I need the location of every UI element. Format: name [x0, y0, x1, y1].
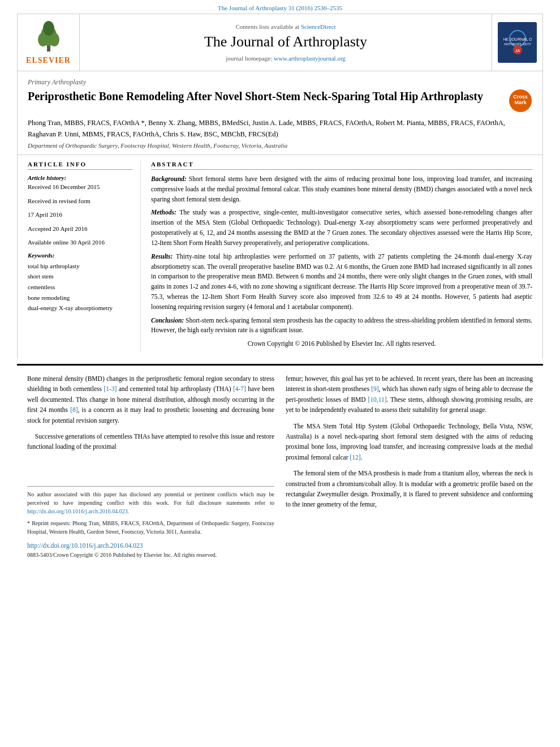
abstract-methods: Methods: The study was a prospective, si… — [151, 208, 532, 248]
footnote-2-text: * Reprint requests: Phong Tran, MBBS, FR… — [27, 519, 274, 536]
ref-12[interactable]: [12] — [350, 454, 360, 461]
doi-line: http://dx.doi.org/10.1016/j.arch.2016.04… — [27, 540, 274, 551]
svg-text:Mark: Mark — [514, 100, 527, 105]
accepted-date: Accepted 20 April 2016 — [28, 224, 132, 234]
elsevier-text: ELSEVIER — [26, 56, 71, 65]
article-info-column: ARTICLE INFO Article history: Received 1… — [28, 161, 141, 353]
body-para-2: Successive generations of cementless THA… — [27, 431, 274, 452]
body-column-1: Bone mineral density (BMD) changes in th… — [27, 374, 274, 559]
background-label: Background: — [151, 175, 189, 182]
history-label: Article history: — [28, 174, 132, 181]
ref-1-3[interactable]: [1-3] — [104, 385, 117, 392]
svg-point-4 — [43, 21, 54, 36]
journal-logo-box: THE JOURNAL OF ARTHROPLASTY JA — [498, 22, 537, 63]
body-para-3: femur; however, this goal has yet to be … — [286, 374, 533, 415]
article-info-heading: ARTICLE INFO — [28, 161, 132, 170]
abstract-heading: ABSTRACT — [151, 161, 532, 170]
sciencedirect-link[interactable]: ScienceDirect — [301, 23, 336, 30]
abstract-conclusion: Conclusion: Short-stem neck-sparing femo… — [151, 316, 532, 336]
footnote-area: No author associated with this paper has… — [27, 486, 274, 559]
article-title-row: Periprosthetic Bone Remodeling After Nov… — [28, 89, 532, 113]
ref-9[interactable]: [9] — [371, 385, 378, 392]
received-date: Received 16 December 2015 — [28, 182, 132, 192]
results-label: Results: — [151, 253, 176, 260]
abstract-results: Results: Thirty-nine total hip arthropla… — [151, 252, 532, 312]
top-journal-link[interactable]: The Journal of Arthroplasty 31 (2016) 25… — [0, 0, 560, 14]
conclusion-label: Conclusion: — [151, 317, 186, 324]
keyword-4: bone remodeling — [28, 293, 132, 303]
keyword-3: cementless — [28, 282, 132, 293]
body-column-2: femur; however, this goal has yet to be … — [286, 374, 533, 559]
authors-line: Phong Tran, MBBS, FRACS, FAOrthA *, Benn… — [28, 117, 532, 140]
body-section: Bone mineral density (BMD) changes in th… — [17, 366, 543, 565]
abstract-column: ABSTRACT Background: Short femoral stems… — [151, 161, 532, 353]
abstract-background: Background: Short femoral stems have bee… — [151, 174, 532, 204]
homepage-line: journal homepage: www.arthroplastyjourna… — [226, 55, 346, 62]
keyword-1: total hip arthroplasty — [28, 261, 132, 272]
abstract-copyright: Crown Copyright © 2016 Published by Else… — [151, 339, 532, 349]
keyword-5: dual-energy X-ray absorptiometry — [28, 303, 132, 314]
footnote-disclosure-link[interactable]: http://dx.doi.org/10.1016/j.arch.2016.04… — [27, 508, 129, 514]
body-para-5: The femoral stem of the MSA prosthesis i… — [286, 468, 533, 510]
ref-10-11[interactable]: [10,11] — [368, 396, 386, 403]
svg-text:THE JOURNAL OF: THE JOURNAL OF — [503, 37, 532, 41]
journal-logo-area: THE JOURNAL OF ARTHROPLASTY JA — [492, 14, 542, 71]
keywords-label: Keywords: — [28, 252, 132, 259]
body-para-4: The MSA Stem Total Hip System (Global Or… — [286, 421, 533, 463]
journal-logo-icon: THE JOURNAL OF ARTHROPLASTY JA — [503, 28, 532, 57]
elsevier-logo-area: ELSEVIER — [18, 14, 80, 71]
primary-label: Primary Arthroplasty — [28, 78, 532, 87]
doi-link[interactable]: http://dx.doi.org/10.1016/j.arch.2016.04… — [27, 542, 143, 549]
elsevier-tree-icon — [32, 20, 66, 54]
methods-label: Methods: — [151, 209, 179, 216]
keywords-list: total hip arthroplasty short stem cement… — [28, 261, 132, 314]
available-online: Available online 30 April 2016 — [28, 238, 132, 247]
homepage-url[interactable]: www.arthroplastyjournal.org — [274, 55, 346, 62]
top-journal-text: The Journal of Arthroplasty 31 (2016) 25… — [218, 5, 342, 11]
affiliation-line: Department of Orthopaedic Surgery, Foots… — [28, 142, 532, 149]
revised-date: 17 April 2016 — [28, 210, 132, 220]
conclusion-text: Short-stem neck-sparing femoral stem pro… — [151, 317, 532, 334]
contents-line: Contents lists available at ScienceDirec… — [235, 23, 335, 30]
keyword-2: short stem — [28, 271, 132, 282]
body-para-1: Bone mineral density (BMD) changes in th… — [27, 374, 274, 426]
journal-header: ELSEVIER Contents lists available at Sci… — [17, 14, 543, 71]
journal-info-center: Contents lists available at ScienceDirec… — [80, 14, 492, 71]
article-title: Periprosthetic Bone Remodeling After Nov… — [28, 89, 503, 104]
received-revised-label: Received in revised form — [28, 196, 132, 206]
svg-text:Cross: Cross — [513, 94, 528, 100]
two-col-section: ARTICLE INFO Article history: Received 1… — [17, 155, 543, 359]
page: The Journal of Arthroplasty 31 (2016) 25… — [0, 0, 560, 747]
elsevier-logo: ELSEVIER — [26, 20, 71, 65]
ref-4-7[interactable]: [4-7] — [233, 385, 246, 392]
crossmark-badge[interactable]: Cross Mark — [509, 89, 532, 113]
footnote-1-text: No author associated with this paper has… — [27, 490, 274, 516]
bottom-copyright: 0883-5403/Crown Copyright © 2016 Publish… — [27, 551, 274, 559]
article-header-section: Primary Arthroplasty Periprosthetic Bone… — [17, 71, 543, 155]
results-text: Thirty-nine total hip arthroplasties wer… — [151, 253, 532, 310]
methods-text: The study was a prospective, single-cent… — [151, 209, 532, 246]
svg-text:JA: JA — [515, 49, 520, 53]
ref-8[interactable]: [8] — [70, 406, 77, 413]
background-text: Short femoral stems have been designed w… — [151, 175, 532, 203]
journal-title: The Journal of Arthroplasty — [204, 33, 367, 50]
